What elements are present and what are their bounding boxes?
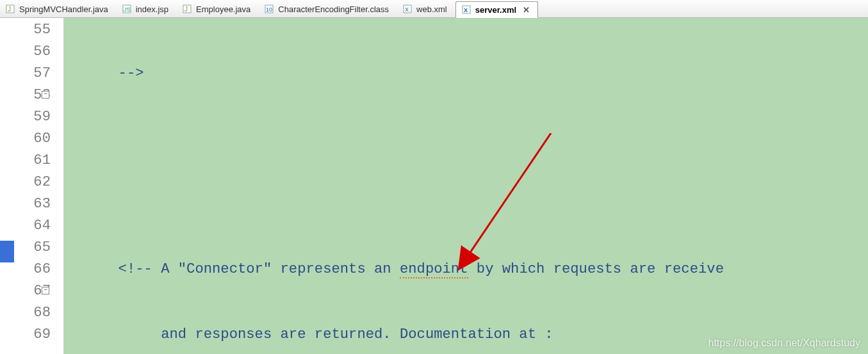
svg-text:X: X [405, 6, 409, 13]
code-line [76, 128, 868, 150]
line-number: 67− [0, 280, 51, 302]
tab-label: index.jsp [136, 4, 168, 14]
code-line: <!-- A "Connector" represents an endpoin… [76, 259, 868, 280]
line-number: 68 [0, 302, 51, 324]
tab-springmvchandler[interactable]: J SpringMVCHandler.java [0, 1, 117, 17]
line-number: 60 [0, 128, 51, 150]
line-number: 58− [0, 84, 51, 106]
java-icon: J [5, 4, 15, 14]
tab-label: Employee.java [196, 4, 250, 14]
tab-label: SpringMVCHandler.java [19, 4, 108, 14]
fold-icon[interactable]: − [42, 287, 49, 294]
code-line [76, 193, 868, 215]
line-gutter: 55 56 57 58− 59 60 61 62 63 64 65 66 67−… [0, 18, 64, 354]
line-number: 57 [0, 63, 51, 84]
tab-employee[interactable]: J Employee.java [177, 1, 259, 17]
line-number: 62 [0, 172, 51, 193]
jsp-icon: JS [122, 4, 132, 14]
line-number: 61 [0, 150, 51, 172]
editor-tabs: J SpringMVCHandler.java JS index.jsp J E… [0, 0, 868, 18]
line-number: 65 [0, 237, 51, 259]
xml-icon: X [402, 4, 413, 14]
class-icon: 10 [264, 4, 274, 14]
tab-charencfilter[interactable]: 10 CharacterEncodingFilter.class [259, 1, 397, 17]
svg-text:J: J [184, 6, 188, 13]
svg-text:J: J [8, 6, 11, 13]
line-number: 69 [0, 324, 51, 346]
svg-text:JS: JS [124, 6, 131, 13]
line-number: 66 [0, 259, 51, 280]
svg-text:X: X [464, 7, 468, 13]
tab-label: web.xml [416, 4, 447, 14]
line-number: 59 [0, 106, 51, 128]
line-number: 56 [0, 41, 51, 63]
tab-serverxml[interactable]: X server.xml ✕ [455, 1, 538, 18]
xml-icon: X [461, 4, 471, 15]
line-number: 55 [0, 19, 51, 41]
tab-webxml[interactable]: X web.xml [397, 1, 455, 17]
watermark: https://blog.csdn.net/Xqhardstudy [708, 337, 860, 349]
tab-indexjsp[interactable]: JS index.jsp [117, 1, 177, 17]
line-number: 63 [0, 193, 51, 215]
code-line: --> [76, 63, 868, 84]
java-icon: J [182, 4, 192, 14]
close-icon[interactable]: ✕ [523, 5, 530, 15]
tab-label: server.xml [475, 5, 516, 15]
svg-text:10: 10 [266, 6, 272, 13]
line-number: 64 [0, 215, 51, 237]
tab-label: CharacterEncodingFilter.class [278, 4, 389, 14]
fold-icon[interactable]: − [42, 91, 49, 99]
code-editor[interactable]: 55 56 57 58− 59 60 61 62 63 64 65 66 67−… [0, 18, 868, 354]
code-area[interactable]: --> <!-- A "Connector" represents an end… [64, 18, 868, 354]
